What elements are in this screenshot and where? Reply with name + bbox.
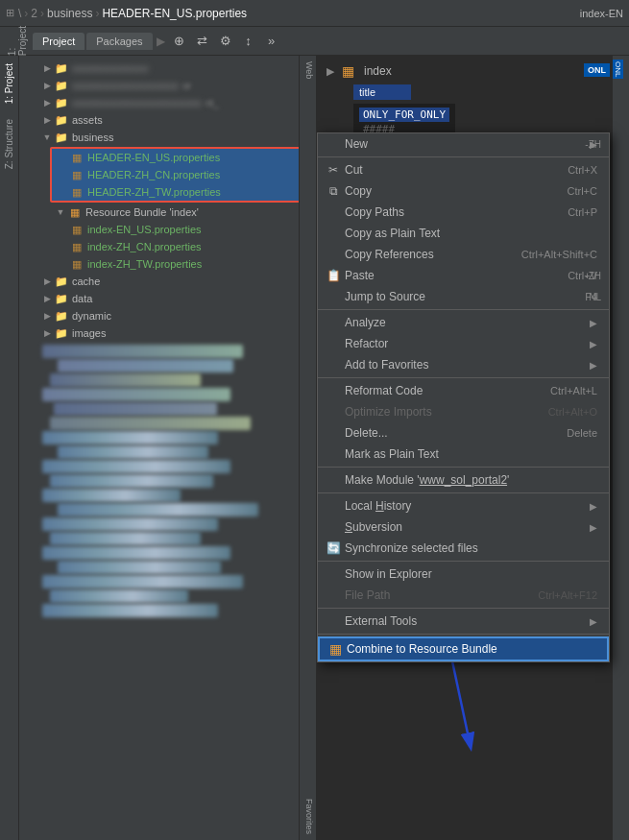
ctx-arrow-refactor: ▶ xyxy=(590,339,597,349)
left-panel-right-labels: Web Favorites xyxy=(299,56,316,840)
tool-btn-gear[interactable]: ⚙ xyxy=(215,31,236,52)
tree-item-header-zh-cn[interactable]: ▦ HEADER-ZH_CN.properties xyxy=(52,166,312,183)
props-icon-index-zh-cn: ▦ xyxy=(69,239,85,254)
right-side-labels: ONL xyxy=(612,56,629,840)
editor-bundle-icon: ▦ xyxy=(340,63,355,79)
ctx-item-reformat[interactable]: Reformat Code Ctrl+Alt+L xyxy=(318,380,609,401)
ctx-sep-7 xyxy=(318,608,609,609)
sidebar-label-project[interactable]: 1: Project xyxy=(2,56,16,111)
ctx-item-sync-files[interactable]: 🔄 Synchronize selected files xyxy=(318,538,609,559)
title-icon: ⊞ xyxy=(6,7,14,19)
tree-item-cache[interactable]: ▶ 📁 cache xyxy=(19,273,316,290)
tool-btn-plus[interactable]: ⊕ xyxy=(169,31,190,52)
ctx-item-copy-plain[interactable]: Copy as Plain Text xyxy=(318,223,609,244)
ctx-arrow-external-tools: ▶ xyxy=(590,616,597,627)
editor-index-label: index xyxy=(364,64,392,78)
sync-icon: 🔄 xyxy=(326,540,341,556)
project-tree: ▶ 📁 wwwwwwwwww ▶ 📁 wwwwwwwwwwwwww or ▶ 📁… xyxy=(19,56,316,840)
ctx-sep-5 xyxy=(318,492,609,493)
sidebar-label-structure[interactable]: Z: Structure xyxy=(2,111,16,177)
folder-icon-3: 📁 xyxy=(54,95,69,110)
props-icon-index-en: ▦ xyxy=(69,222,85,237)
tree-item-images[interactable]: ▶ 📁 images xyxy=(19,324,316,342)
ctx-item-jump-source[interactable]: Jump to Source F4 NL xyxy=(318,286,609,307)
left-sidebar-label: 1: Project xyxy=(4,26,31,56)
tree-item-index-en[interactable]: ▦ index-EN_US.properties xyxy=(19,221,316,238)
tree-item-resource-bundle[interactable]: ▼ ▦ Resource Bundle 'index' xyxy=(19,204,316,221)
right-panel: ▶ ▦ index title ONLY_FOR_ONLY ##### ONL xyxy=(317,56,629,840)
ctx-sep-3 xyxy=(318,377,609,378)
folder-icon-1: 📁 xyxy=(54,60,69,76)
ctx-item-cut[interactable]: ✂ Cut Ctrl+X xyxy=(318,159,609,180)
ctx-sep-1 xyxy=(318,156,609,157)
ctx-item-copy-paths[interactable]: Copy Paths Ctrl+P xyxy=(318,202,609,223)
tree-item-index-zh-tw[interactable]: ▦ index-ZH_TW.properties xyxy=(19,255,316,273)
folder-icon-images: 📁 xyxy=(54,325,69,341)
props-icon-header-zh-cn: ▦ xyxy=(69,167,85,182)
bundle-icon: ▦ xyxy=(67,204,83,220)
ctx-item-show-explorer[interactable]: Show in Explorer xyxy=(318,564,609,585)
folder-icon-business: 📁 xyxy=(54,130,69,145)
main-area: 1: Project Z: Structure ▶ 📁 wwwwwwwwww ▶… xyxy=(0,56,629,840)
bc-business: business xyxy=(47,7,92,20)
title-right-label: index-EN xyxy=(580,8,623,19)
ctx-sep-2 xyxy=(318,309,609,310)
tree-item-header-zh-tw[interactable]: ▦ HEADER-ZH_TW.properties xyxy=(52,183,312,201)
ctx-item-make-module[interactable]: Make Module 'www_sol_portal2' xyxy=(318,469,609,491)
tree-item-dynamic[interactable]: ▶ 📁 dynamic xyxy=(19,307,316,324)
tree-item-business[interactable]: ▼ 📁 business xyxy=(19,129,316,146)
ctx-item-mark-plain[interactable]: Mark as Plain Text xyxy=(318,444,609,465)
tab-packages[interactable]: Packages xyxy=(86,33,152,50)
toolbar: 1: Project Project Packages ▶ ⊕ ⇄ ⚙ ↕ » xyxy=(0,27,629,56)
title-bar: ⊞ \ › 2 › business › HEADER-EN_US.proper… xyxy=(0,0,629,27)
bc-file: HEADER-EN_US.properties xyxy=(102,7,247,20)
tree-item-assets[interactable]: ▶ 📁 assets xyxy=(19,111,316,129)
props-icon-index-zh-tw: ▦ xyxy=(69,256,85,272)
ctx-item-new[interactable]: New ▶ -ZH xyxy=(318,133,609,155)
ctx-item-favorites[interactable]: Add to Favorites ▶ xyxy=(318,354,609,375)
tree-item-blurred-1[interactable]: ▶ 📁 wwwwwwwwww xyxy=(19,60,316,77)
tree-item-blurred-3[interactable]: ▶ 📁 wwwwwwwwwwwwwwwww nt_ xyxy=(19,94,316,111)
ctx-item-copy[interactable]: ⧉ Copy Ctrl+C xyxy=(318,180,609,202)
props-icon-header-zh-tw: ▦ xyxy=(69,184,85,200)
ctx-arrow-analyze: ▶ xyxy=(590,318,597,328)
folder-icon-cache: 📁 xyxy=(54,274,69,289)
ctx-sep-4 xyxy=(318,467,609,468)
combine-icon: ▦ xyxy=(327,641,343,657)
tool-btn-sync[interactable]: ⇄ xyxy=(192,31,213,52)
ctx-item-optimize: Optimize Imports Ctrl+Alt+O xyxy=(318,401,609,422)
side-labels: 1: Project Z: Structure xyxy=(0,56,19,840)
tab-project[interactable]: Project xyxy=(33,33,85,50)
ctx-item-paste[interactable]: 📋 Paste Ctrl+V -ZH xyxy=(318,265,609,286)
ctx-item-subversion[interactable]: Subversion ▶ xyxy=(318,516,609,538)
tree-item-index-zh-cn[interactable]: ▦ index-ZH_CN.properties xyxy=(19,238,316,255)
ctx-item-copy-refs[interactable]: Copy References Ctrl+Alt+Shift+C xyxy=(318,244,609,265)
ctx-arrow-subversion: ▶ xyxy=(590,522,597,533)
ctx-sep-6 xyxy=(318,561,609,562)
folder-icon-assets: 📁 xyxy=(54,112,69,128)
ctx-item-local-history[interactable]: Local History ▶ xyxy=(318,495,609,516)
tree-item-header-en[interactable]: ▦ HEADER-EN_US.properties xyxy=(52,149,312,166)
left-panel: 1: Project Z: Structure ▶ 📁 wwwwwwwwww ▶… xyxy=(0,56,317,840)
ctx-sep-8 xyxy=(318,634,609,635)
onl-badge: ONL xyxy=(584,63,610,77)
tree-item-blurred-2[interactable]: ▶ 📁 wwwwwwwwwwwwww or xyxy=(19,77,316,94)
editor-title-selected: title xyxy=(353,84,411,100)
tree-item-data[interactable]: ▶ 📁 data xyxy=(19,290,316,307)
editor-only-for-only: ONLY_FOR_ONLY xyxy=(359,108,449,122)
ctx-item-combine[interactable]: ▦ Combine to Resource Bundle xyxy=(318,636,609,661)
tool-btn-more[interactable]: » xyxy=(261,31,282,52)
bc-root: \ xyxy=(18,7,21,20)
ctx-item-refactor[interactable]: Refactor ▶ xyxy=(318,333,609,354)
paste-icon: 📋 xyxy=(326,268,341,283)
ctx-arrow-favorites: ▶ xyxy=(590,360,597,371)
ctx-item-external-tools[interactable]: External Tools ▶ xyxy=(318,611,609,632)
folder-icon-data: 📁 xyxy=(54,291,69,306)
copy-icon: ⧉ xyxy=(326,183,341,199)
bc-num: 2 xyxy=(31,7,37,20)
ctx-arrow-local-history: ▶ xyxy=(590,501,597,512)
ctx-item-analyze[interactable]: Analyze ▶ xyxy=(318,312,609,333)
tool-btn-sort[interactable]: ↕ xyxy=(238,31,259,52)
ctx-item-delete[interactable]: Delete... Delete xyxy=(318,422,609,444)
cut-icon: ✂ xyxy=(326,162,341,178)
